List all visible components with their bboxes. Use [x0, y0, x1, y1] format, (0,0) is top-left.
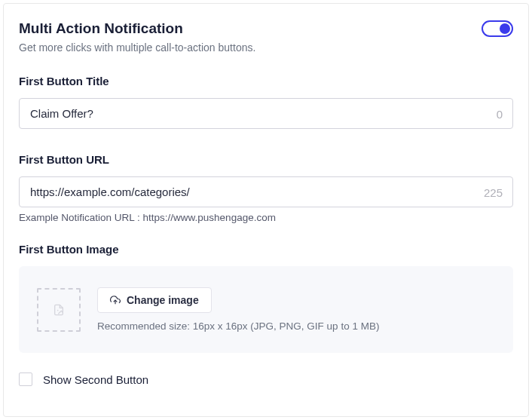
enable-toggle[interactable] [482, 20, 513, 37]
panel-header: Multi Action Notification [19, 20, 513, 37]
panel-subtitle: Get more clicks with multiple call-to-ac… [19, 41, 513, 54]
first-button-title-input[interactable] [19, 98, 513, 129]
first-button-url-input[interactable] [19, 176, 513, 207]
first-button-url-label: First Button URL [19, 153, 513, 166]
upload-cloud-icon [110, 295, 121, 305]
first-button-url-wrap: 225 [19, 176, 513, 207]
change-image-button[interactable]: Change image [97, 287, 212, 313]
show-second-button-label: Show Second Button [43, 373, 148, 386]
image-recommended-text: Recommended size: 16px x 16px (JPG, PNG,… [97, 320, 495, 332]
file-image-icon [53, 304, 65, 316]
show-second-button-row: Show Second Button [19, 372, 513, 386]
image-right-col: Change image Recommended size: 16px x 16… [97, 287, 495, 332]
first-button-title-label: First Button Title [19, 75, 513, 87]
first-button-title-wrap: 0 [19, 98, 513, 129]
change-image-label: Change image [127, 294, 199, 306]
first-button-image-label: First Button Image [19, 243, 513, 256]
first-button-title-counter: 0 [497, 107, 503, 120]
show-second-button-checkbox[interactable] [19, 372, 32, 386]
first-button-url-counter: 225 [484, 185, 503, 198]
svg-point-0 [57, 309, 59, 311]
panel-title: Multi Action Notification [19, 20, 183, 37]
first-button-url-hint: Example Notification URL : https://www.p… [19, 212, 513, 223]
multi-action-panel: Multi Action Notification Get more click… [3, 3, 529, 417]
image-placeholder[interactable] [37, 288, 81, 332]
image-upload-box: Change image Recommended size: 16px x 16… [19, 266, 513, 353]
toggle-knob [500, 23, 510, 34]
